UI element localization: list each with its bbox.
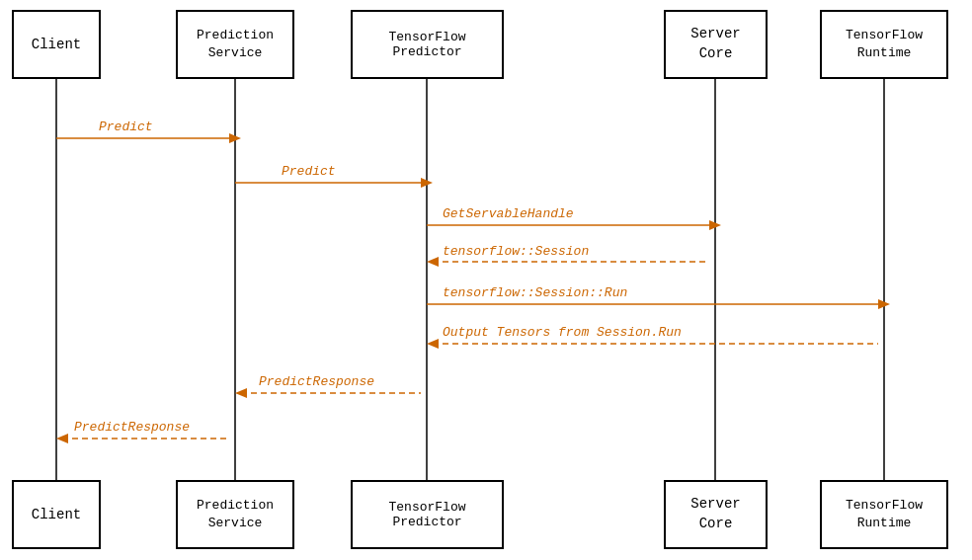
svg-text:tensorflow::Session::Run: tensorflow::Session::Run bbox=[443, 285, 627, 300]
svg-text:Output Tensors from Session.Ru: Output Tensors from Session.Run bbox=[443, 325, 682, 340]
svg-text:Predict: Predict bbox=[99, 120, 153, 134]
tensorflow-runtime-top-box: TensorFlowRuntime bbox=[820, 10, 948, 79]
server-core-bottom-box: ServerCore bbox=[664, 480, 768, 549]
svg-marker-24 bbox=[235, 388, 247, 398]
svg-text:GetServableHandle: GetServableHandle bbox=[443, 206, 574, 221]
svg-text:PredictResponse: PredictResponse bbox=[74, 420, 190, 435]
tensorflow-runtime-bottom-box: TensorFlowRuntime bbox=[820, 480, 948, 549]
server-core-top-box: ServerCore bbox=[664, 10, 768, 79]
svg-marker-15 bbox=[427, 257, 439, 267]
tensorflow-predictor-top-box: TensorFlow Predictor bbox=[351, 10, 504, 79]
arrows-svg: Predict Predict GetServableHandle tensor… bbox=[0, 0, 972, 560]
client-top-box: Client bbox=[12, 10, 101, 79]
client-bottom-box: Client bbox=[12, 480, 101, 549]
prediction-service-top-box: PredictionService bbox=[176, 10, 294, 79]
svg-marker-27 bbox=[56, 434, 68, 443]
svg-text:tensorflow::Session: tensorflow::Session bbox=[443, 244, 589, 259]
svg-marker-6 bbox=[229, 133, 241, 143]
svg-text:Predict: Predict bbox=[282, 164, 336, 179]
svg-marker-21 bbox=[427, 339, 439, 349]
prediction-service-bottom-box: PredictionService bbox=[176, 480, 294, 549]
svg-marker-9 bbox=[421, 178, 433, 188]
svg-marker-18 bbox=[878, 299, 890, 309]
tensorflow-predictor-bottom-box: TensorFlow Predictor bbox=[351, 480, 504, 549]
svg-marker-12 bbox=[709, 220, 721, 230]
svg-text:PredictResponse: PredictResponse bbox=[259, 374, 374, 389]
sequence-diagram: Predict Predict GetServableHandle tensor… bbox=[0, 0, 972, 560]
